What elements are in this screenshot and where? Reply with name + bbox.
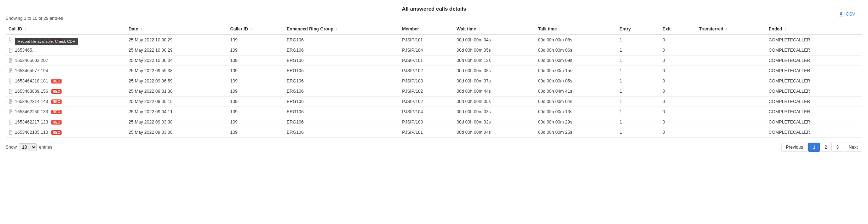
cell-transferred	[696, 97, 766, 107]
cell-caller-id: 109	[227, 56, 284, 66]
cell-transferred	[696, 127, 766, 138]
page-btn-1[interactable]: 1	[808, 143, 820, 152]
call-id-text: 1653464218.181	[15, 79, 48, 84]
sort-arrow-date: ↕	[140, 27, 142, 31]
cell-member: PJSIP/101	[399, 35, 454, 45]
cell-entry: 1	[617, 56, 660, 66]
table-row: 1653464218.181REC25 May 2022 09:36:59109…	[6, 76, 862, 86]
cell-talk-time: 00d 00h 00m 29s	[535, 117, 617, 127]
call-id-text: 1653462185.110	[15, 130, 48, 135]
cell-member: PJSIP/104	[399, 107, 454, 117]
col-wait-time[interactable]: Wait time ↕	[454, 24, 535, 35]
file-icon	[8, 58, 13, 63]
call-id-text: 1653465...	[15, 48, 36, 53]
cell-member: PJSIP/101	[399, 56, 454, 66]
file-icon	[8, 130, 13, 135]
next-button[interactable]: Next	[844, 143, 862, 152]
cell-transferred	[696, 66, 766, 76]
cell-wait-time: 00d 00h 00m 04s	[454, 35, 535, 45]
file-icon	[8, 48, 13, 53]
cell-call-id: 1653462250.133REC	[6, 107, 126, 117]
cell-entry: 1	[617, 66, 660, 76]
page-buttons: 123	[808, 143, 843, 152]
csv-button[interactable]: CSV	[839, 11, 855, 17]
rec-badge: REC	[51, 120, 62, 125]
file-icon	[8, 89, 13, 94]
cell-wait-time: 00d 00h 00m 03s	[454, 107, 535, 117]
cell-call-id: Record file available. Check CDR1653465.…	[6, 45, 126, 56]
bottom-bar: Show 102550100 entries Previous 123 Next	[6, 143, 862, 152]
rec-badge: REC	[51, 99, 62, 104]
col-transferred[interactable]: Transferred ↕	[696, 24, 766, 35]
col-call-id[interactable]: Call ID ↕	[6, 24, 126, 35]
cell-exit: 0	[660, 97, 696, 107]
cell-wait-time: 00d 00h 00m 08s	[454, 66, 535, 76]
cell-wait-time: 00d 00h 00m 02s	[454, 117, 535, 127]
cell-caller-id: 109	[227, 117, 284, 127]
page-btn-2[interactable]: 2	[820, 143, 832, 152]
svg-rect-0	[839, 16, 843, 16]
cell-transferred	[696, 56, 766, 66]
cell-ended: COMPLETECALLER	[766, 76, 862, 86]
page-btn-3[interactable]: 3	[832, 143, 843, 152]
file-icon	[8, 109, 13, 114]
call-id-text: 1653462217.123	[15, 120, 48, 125]
entries-select[interactable]: 102550100	[19, 143, 37, 151]
cell-talk-time: 00d 00h 04m 41s	[535, 86, 617, 97]
cell-date: 25 May 2022 09:05:15	[126, 97, 227, 107]
cell-talk-time: 00d 00h 00m 08s	[535, 35, 617, 45]
cell-wait-time: 00d 00h 00m 04s	[454, 127, 535, 138]
sort-arrow-transferred: ↕	[726, 27, 728, 31]
tooltip-wrapper: Record file available. Check CDR1653465.…	[15, 48, 36, 53]
sort-arrow-exit: ↕	[673, 27, 675, 31]
cell-member: PJSIP/101	[399, 127, 454, 138]
cell-wait-time: 00d 00h 00m 44s	[454, 86, 535, 97]
cell-caller-id: 109	[227, 45, 284, 56]
entries-info: Showing 1 to 10 of 29 entries	[6, 16, 862, 21]
cell-transferred	[696, 86, 766, 97]
cell-wait-time: 00d 00h 00m 07s	[454, 76, 535, 86]
cell-transferred	[696, 117, 766, 127]
calls-table: Call ID ↕ Date ↕ Caller ID ↕ Enhanced Ri…	[6, 24, 862, 138]
cell-call-id: 1653462314.143REC	[6, 97, 126, 107]
cell-call-id: 1653464218.181REC	[6, 76, 126, 86]
col-entry[interactable]: Entry ↕	[617, 24, 660, 35]
col-member[interactable]: Member ↕	[399, 24, 454, 35]
cell-ring-group: ERG106	[284, 35, 399, 45]
cell-ring-group: ERG106	[284, 117, 399, 127]
cell-member: PJSIP/102	[399, 97, 454, 107]
cell-member: PJSIP/103	[399, 117, 454, 127]
col-ended[interactable]: Ended ↕	[766, 24, 862, 35]
cell-entry: 1	[617, 45, 660, 56]
cell-date: 25 May 2022 09:04:11	[126, 107, 227, 117]
table-row: 1653462217.123REC25 May 2022 09:03:38109…	[6, 117, 862, 127]
col-caller-id[interactable]: Caller ID ↕	[227, 24, 284, 35]
table-row: Record file available. Check CDR1653465.…	[6, 45, 862, 56]
table-body: 1653467428.230REC25 May 2022 10:30:29109…	[6, 35, 862, 138]
cell-entry: 1	[617, 117, 660, 127]
col-talk-time[interactable]: Talk time ↕	[535, 24, 617, 35]
cell-ended: COMPLETECALLER	[766, 56, 862, 66]
rec-badge: REC	[51, 79, 62, 84]
cell-exit: 0	[660, 117, 696, 127]
cell-date: 25 May 2022 09:03:38	[126, 117, 227, 127]
cell-date: 25 May 2022 10:00:04	[126, 56, 227, 66]
col-exit[interactable]: Exit ↕	[660, 24, 696, 35]
cell-ended: COMPLETECALLER	[766, 97, 862, 107]
previous-button[interactable]: Previous	[781, 143, 808, 152]
table-row: 1653465603.20725 May 2022 10:00:04109ERG…	[6, 56, 862, 66]
col-date[interactable]: Date ↕	[126, 24, 227, 35]
cell-exit: 0	[660, 66, 696, 76]
col-ring-group[interactable]: Enhanced Ring Group ↕	[284, 24, 399, 35]
cell-member: PJSIP/104	[399, 45, 454, 56]
file-icon	[8, 79, 13, 84]
cell-exit: 0	[660, 56, 696, 66]
sort-arrow-caller-id: ↕	[251, 27, 252, 31]
call-id-text: 1653462314.143	[15, 99, 48, 104]
cell-entry: 1	[617, 107, 660, 117]
cell-talk-time: 00d 00h 00m 13s	[535, 107, 617, 117]
table-header: Call ID ↕ Date ↕ Caller ID ↕ Enhanced Ri…	[6, 24, 862, 35]
cell-transferred	[696, 35, 766, 45]
cell-exit: 0	[660, 35, 696, 45]
cell-ended: COMPLETECALLER	[766, 66, 862, 76]
